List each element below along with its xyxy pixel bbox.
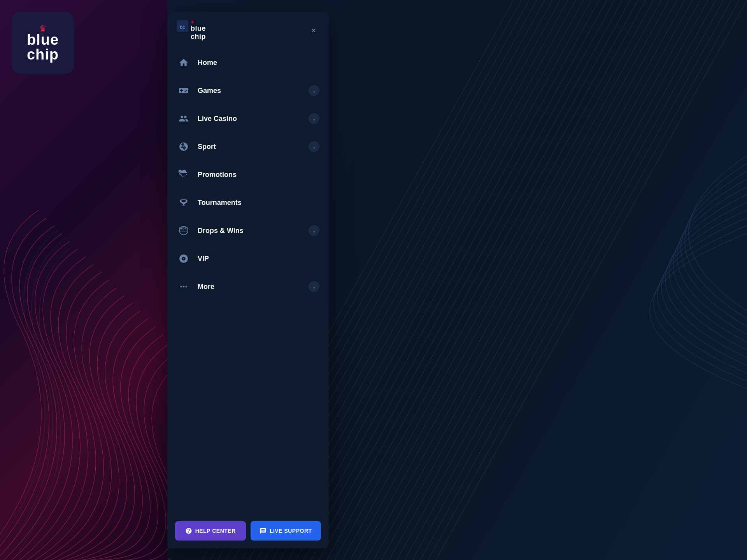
sport-chevron: ⌄ — [309, 141, 319, 152]
live-support-button[interactable]: LIVE SUPPORT — [251, 521, 321, 541]
more-chevron: ⌄ — [309, 281, 319, 292]
nav-label-drops-wins: Drops & Wins — [198, 227, 309, 235]
logo-blue-text: blue — [27, 32, 59, 47]
nav-item-sport[interactable]: Sport ⌄ — [167, 133, 329, 161]
nav-item-games[interactable]: Games ⌄ — [167, 77, 329, 105]
drops-wins-icon: DROPS&WINS — [177, 224, 191, 238]
nav-label-home: Home — [198, 59, 319, 67]
nav-item-tournaments[interactable]: Tournaments — [167, 189, 329, 217]
main-logo[interactable]: ♛ blue chip — [12, 12, 74, 74]
nav-item-drops-wins[interactable]: DROPS&WINS Drops & Wins ⌄ — [167, 217, 329, 245]
modal-header: bc ♛ blue chip × — [167, 12, 329, 45]
nav-label-live-casino: Live Casino — [198, 115, 309, 123]
live-casino-icon — [177, 112, 191, 126]
games-icon — [177, 84, 191, 98]
modal-footer: HELP CENTER LIVE SUPPORT — [167, 515, 329, 548]
nav-modal: bc ♛ blue chip × Home Games ⌄ — [167, 12, 329, 548]
nav-label-tournaments: Tournaments — [198, 199, 319, 207]
nav-label-vip: VIP — [198, 255, 319, 263]
tournaments-icon — [177, 196, 191, 210]
modal-logo-blue: blue — [191, 24, 206, 33]
promotions-icon — [177, 168, 191, 182]
live-support-label: LIVE SUPPORT — [270, 528, 312, 534]
modal-logo-chip: chip — [191, 33, 206, 41]
nav-label-games: Games — [198, 87, 309, 95]
nav-list: Home Games ⌄ Live Casino ⌄ Sport ⌄ — [167, 45, 329, 515]
help-center-button[interactable]: HELP CENTER — [175, 521, 246, 541]
help-icon — [185, 527, 192, 534]
vip-icon — [177, 252, 191, 266]
games-chevron: ⌄ — [309, 85, 319, 96]
logo-chip-text: chip — [27, 47, 59, 62]
modal-logo-text-block: ♛ blue chip — [191, 20, 206, 41]
nav-item-vip[interactable]: VIP — [167, 245, 329, 273]
live-casino-chevron: ⌄ — [309, 113, 319, 124]
nav-item-live-casino[interactable]: Live Casino ⌄ — [167, 105, 329, 133]
drops-wins-chevron: ⌄ — [309, 225, 319, 236]
nav-label-more: More — [198, 283, 309, 291]
svg-text:DROPS: DROPS — [179, 227, 188, 230]
modal-crown: ♛ — [191, 20, 206, 24]
close-button[interactable]: × — [308, 25, 319, 37]
nav-label-promotions: Promotions — [198, 171, 319, 179]
nav-item-home[interactable]: Home — [167, 49, 329, 77]
modal-logo: bc ♛ blue chip — [177, 20, 206, 41]
modal-logo-icon: bc — [177, 20, 189, 36]
nav-item-more[interactable]: More ⌄ — [167, 273, 329, 301]
more-icon — [177, 280, 191, 294]
sport-icon — [177, 140, 191, 154]
svg-text:bc: bc — [180, 25, 185, 30]
live-support-icon — [260, 527, 267, 534]
help-center-label: HELP CENTER — [195, 528, 236, 534]
svg-text:&WINS: &WINS — [180, 230, 187, 233]
home-icon — [177, 56, 191, 70]
nav-item-promotions[interactable]: Promotions — [167, 161, 329, 189]
nav-label-sport: Sport — [198, 143, 309, 151]
